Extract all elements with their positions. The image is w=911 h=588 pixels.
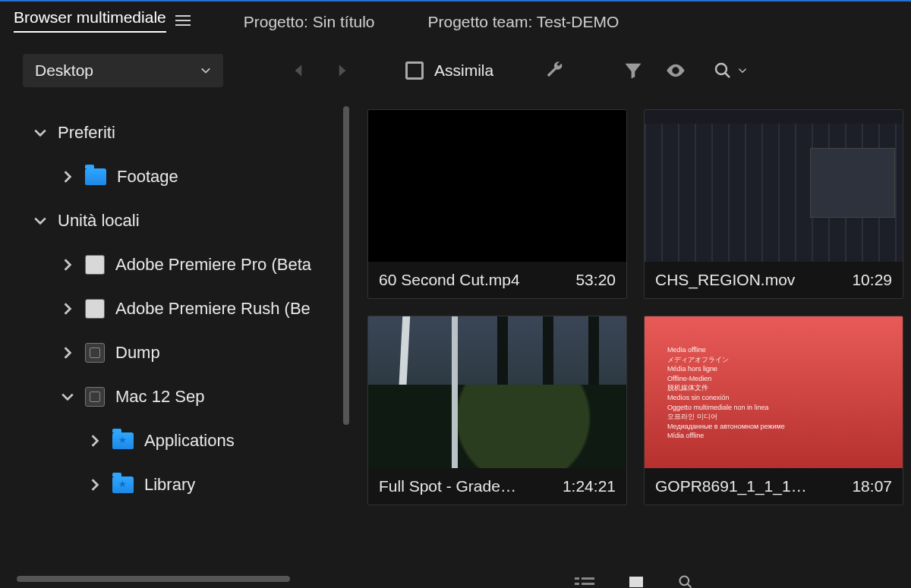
clip-name: Full Spot - Grade… xyxy=(379,477,516,495)
svg-rect-3 xyxy=(582,577,594,580)
tree-label: Footage xyxy=(117,167,178,187)
svg-line-8 xyxy=(688,584,692,588)
clip-thumbnail xyxy=(645,110,903,262)
sidebar-scrollbar-horizontal[interactable] xyxy=(17,576,290,582)
clip-duration: 10:29 xyxy=(852,271,892,289)
folder-icon xyxy=(85,168,106,185)
folder-tree: Preferiti Footage Unità locali Adobe Pre… xyxy=(0,99,357,588)
svg-point-0 xyxy=(716,64,727,74)
thumb-view-icon[interactable] xyxy=(629,577,643,587)
clip-duration: 1:24:21 xyxy=(563,477,616,495)
tree-label: Adobe Premiere Rush (Be xyxy=(115,299,310,319)
wrench-icon[interactable] xyxy=(544,60,565,81)
chevron-down-icon xyxy=(200,65,211,76)
svg-line-1 xyxy=(725,73,730,77)
tree-item-premiere[interactable]: Adobe Premiere Pro (Beta xyxy=(17,243,357,287)
chevron-down-icon xyxy=(33,214,47,228)
chevron-right-icon xyxy=(61,170,74,184)
drive-icon xyxy=(85,387,105,407)
offline-text: Media offline メディアオフライン Média hors ligne… xyxy=(667,345,903,441)
drive-icon xyxy=(85,299,105,319)
clip-item[interactable]: Full Spot - Grade… 1:24:21 xyxy=(367,316,627,505)
nav-back-button[interactable] xyxy=(288,60,310,81)
tab-label: Progetto: Sin título xyxy=(244,13,375,31)
panel-menu-icon[interactable] xyxy=(175,15,191,26)
clip-item[interactable]: Media offline メディアオフライン Média hors ligne… xyxy=(644,316,903,505)
tree-label: Library xyxy=(144,475,195,495)
tree-item-rush[interactable]: Adobe Premiere Rush (Be xyxy=(17,287,357,331)
search-input[interactable] xyxy=(714,61,747,80)
clip-item[interactable]: 60 Second Cut.mp4 53:20 xyxy=(367,109,627,299)
chevron-right-icon xyxy=(61,258,74,272)
tree-item-library[interactable]: Library xyxy=(17,463,357,507)
ingest-label: Assimila xyxy=(434,61,493,80)
tab-label: Browser multimediale xyxy=(14,8,166,33)
tree-label: Applications xyxy=(144,431,235,451)
toolbar: Desktop Assimila xyxy=(0,42,911,99)
view-switcher xyxy=(357,576,911,588)
chevron-right-icon xyxy=(61,302,74,316)
svg-point-7 xyxy=(680,577,689,586)
chevron-right-icon xyxy=(88,434,102,448)
clip-thumbnail xyxy=(368,316,626,468)
sidebar-scrollbar-vertical[interactable] xyxy=(343,106,349,425)
location-dropdown[interactable]: Desktop xyxy=(23,54,223,87)
folder-icon xyxy=(112,476,134,493)
tree-group-local[interactable]: Unità locali xyxy=(17,199,357,243)
folder-icon xyxy=(112,432,134,449)
svg-rect-2 xyxy=(575,577,579,580)
chevron-down-icon xyxy=(738,66,747,75)
svg-rect-4 xyxy=(575,583,579,585)
chevron-down-icon xyxy=(33,126,47,140)
chevron-right-icon xyxy=(61,346,74,360)
drive-icon xyxy=(85,343,105,363)
nav-forward-button[interactable] xyxy=(331,60,352,81)
svg-rect-6 xyxy=(629,577,643,587)
svg-rect-5 xyxy=(582,583,594,585)
clip-name: GOPR8691_1_1_1… xyxy=(655,477,807,495)
tree-item-applications[interactable]: Applications xyxy=(17,419,357,463)
drive-icon xyxy=(85,255,105,275)
tab-media-browser[interactable]: Browser multimediale xyxy=(14,8,191,36)
tree-label: Dump xyxy=(115,343,160,363)
tree-item-dump[interactable]: Dump xyxy=(17,331,357,375)
tree-item-mac12[interactable]: Mac 12 Sep xyxy=(17,375,357,419)
location-label: Desktop xyxy=(35,61,93,80)
tree-label: Unità locali xyxy=(58,211,140,231)
chevron-down-icon xyxy=(61,390,74,404)
tab-project[interactable]: Progetto: Sin título xyxy=(244,13,375,31)
clip-name: CHS_REGION.mov xyxy=(655,271,795,289)
clip-duration: 53:20 xyxy=(575,271,616,289)
tab-label: Progetto team: Test-DEMO xyxy=(428,13,619,31)
list-view-icon[interactable] xyxy=(575,577,594,587)
tab-team-project[interactable]: Progetto team: Test-DEMO xyxy=(428,13,619,31)
ingest-toggle[interactable]: Assimila xyxy=(405,61,493,80)
filter-icon[interactable] xyxy=(623,60,644,81)
clip-name: 60 Second Cut.mp4 xyxy=(379,271,520,289)
chevron-right-icon xyxy=(88,478,102,492)
tree-label: Mac 12 Sep xyxy=(115,387,204,407)
clip-thumbnail xyxy=(368,110,626,262)
clip-duration: 18:07 xyxy=(852,477,892,495)
search-icon[interactable] xyxy=(678,574,693,588)
eye-icon[interactable] xyxy=(665,60,686,81)
clip-thumbnail: Media offline メディアオフライン Média hors ligne… xyxy=(645,316,903,468)
clip-grid: 60 Second Cut.mp4 53:20 CHS_REGION.mov 1… xyxy=(357,99,911,588)
tree-label: Adobe Premiere Pro (Beta xyxy=(115,255,311,275)
checkbox-icon xyxy=(405,61,424,80)
tree-label: Preferiti xyxy=(58,123,115,143)
panel-tabs: Browser multimediale Progetto: Sin títul… xyxy=(0,2,911,42)
search-icon xyxy=(714,61,732,80)
tree-group-favorites[interactable]: Preferiti xyxy=(17,111,357,155)
tree-item-footage[interactable]: Footage xyxy=(17,155,357,199)
clip-item[interactable]: CHS_REGION.mov 10:29 xyxy=(644,109,903,299)
